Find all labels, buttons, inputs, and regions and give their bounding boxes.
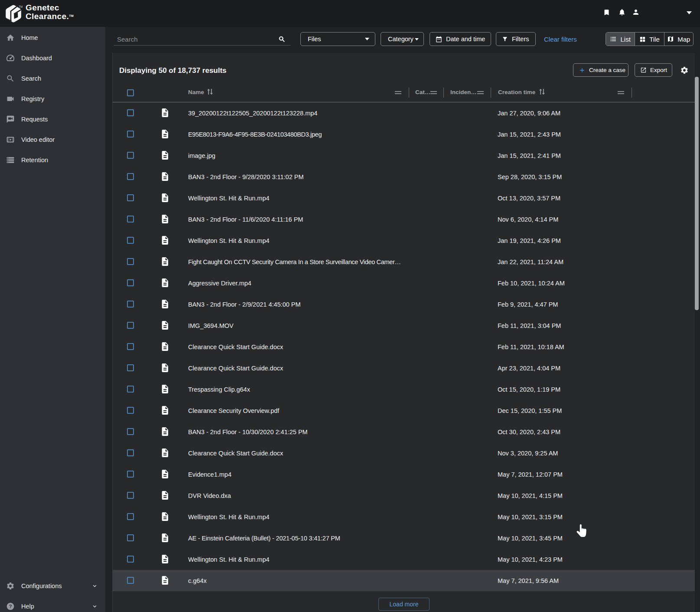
svg-text:TM: TM [19, 5, 23, 8]
svg-text:?: ? [9, 603, 12, 609]
